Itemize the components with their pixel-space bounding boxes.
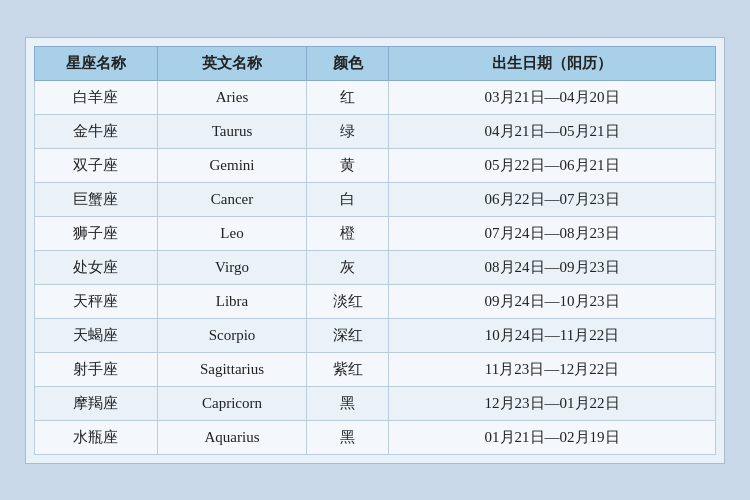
- cell-zh: 白羊座: [35, 80, 158, 114]
- cell-color: 黑: [307, 420, 389, 454]
- cell-en: Gemini: [157, 148, 307, 182]
- header-zh: 星座名称: [35, 46, 158, 80]
- table-header-row: 星座名称 英文名称 颜色 出生日期（阳历）: [35, 46, 716, 80]
- cell-en: Aries: [157, 80, 307, 114]
- header-color: 颜色: [307, 46, 389, 80]
- cell-zh: 处女座: [35, 250, 158, 284]
- cell-zh: 天秤座: [35, 284, 158, 318]
- cell-zh: 天蝎座: [35, 318, 158, 352]
- cell-date: 01月21日—02月19日: [389, 420, 716, 454]
- cell-en: Aquarius: [157, 420, 307, 454]
- cell-date: 06月22日—07月23日: [389, 182, 716, 216]
- cell-date: 07月24日—08月23日: [389, 216, 716, 250]
- cell-en: Cancer: [157, 182, 307, 216]
- cell-zh: 摩羯座: [35, 386, 158, 420]
- table-row: 天秤座Libra淡红09月24日—10月23日: [35, 284, 716, 318]
- table-row: 摩羯座Capricorn黑12月23日—01月22日: [35, 386, 716, 420]
- cell-zh: 狮子座: [35, 216, 158, 250]
- cell-color: 淡红: [307, 284, 389, 318]
- table-row: 水瓶座Aquarius黑01月21日—02月19日: [35, 420, 716, 454]
- zodiac-table: 星座名称 英文名称 颜色 出生日期（阳历） 白羊座Aries红03月21日—04…: [34, 46, 716, 455]
- table-row: 天蝎座Scorpio深红10月24日—11月22日: [35, 318, 716, 352]
- table-row: 白羊座Aries红03月21日—04月20日: [35, 80, 716, 114]
- cell-en: Taurus: [157, 114, 307, 148]
- zodiac-table-container: 星座名称 英文名称 颜色 出生日期（阳历） 白羊座Aries红03月21日—04…: [25, 37, 725, 464]
- cell-zh: 巨蟹座: [35, 182, 158, 216]
- cell-color: 黑: [307, 386, 389, 420]
- cell-color: 绿: [307, 114, 389, 148]
- table-row: 金牛座Taurus绿04月21日—05月21日: [35, 114, 716, 148]
- cell-en: Scorpio: [157, 318, 307, 352]
- cell-color: 橙: [307, 216, 389, 250]
- table-row: 巨蟹座Cancer白06月22日—07月23日: [35, 182, 716, 216]
- table-row: 射手座Sagittarius紫红11月23日—12月22日: [35, 352, 716, 386]
- cell-en: Virgo: [157, 250, 307, 284]
- table-row: 狮子座Leo橙07月24日—08月23日: [35, 216, 716, 250]
- cell-date: 09月24日—10月23日: [389, 284, 716, 318]
- table-body: 白羊座Aries红03月21日—04月20日金牛座Taurus绿04月21日—0…: [35, 80, 716, 454]
- cell-zh: 双子座: [35, 148, 158, 182]
- cell-color: 红: [307, 80, 389, 114]
- cell-color: 深红: [307, 318, 389, 352]
- cell-color: 黄: [307, 148, 389, 182]
- cell-color: 灰: [307, 250, 389, 284]
- cell-color: 白: [307, 182, 389, 216]
- table-row: 处女座Virgo灰08月24日—09月23日: [35, 250, 716, 284]
- cell-color: 紫红: [307, 352, 389, 386]
- cell-en: Libra: [157, 284, 307, 318]
- cell-date: 03月21日—04月20日: [389, 80, 716, 114]
- cell-zh: 金牛座: [35, 114, 158, 148]
- header-en: 英文名称: [157, 46, 307, 80]
- cell-en: Sagittarius: [157, 352, 307, 386]
- table-row: 双子座Gemini黄05月22日—06月21日: [35, 148, 716, 182]
- cell-date: 11月23日—12月22日: [389, 352, 716, 386]
- cell-zh: 水瓶座: [35, 420, 158, 454]
- cell-zh: 射手座: [35, 352, 158, 386]
- cell-date: 12月23日—01月22日: [389, 386, 716, 420]
- cell-date: 10月24日—11月22日: [389, 318, 716, 352]
- cell-date: 05月22日—06月21日: [389, 148, 716, 182]
- cell-en: Capricorn: [157, 386, 307, 420]
- header-date: 出生日期（阳历）: [389, 46, 716, 80]
- cell-date: 04月21日—05月21日: [389, 114, 716, 148]
- cell-en: Leo: [157, 216, 307, 250]
- cell-date: 08月24日—09月23日: [389, 250, 716, 284]
